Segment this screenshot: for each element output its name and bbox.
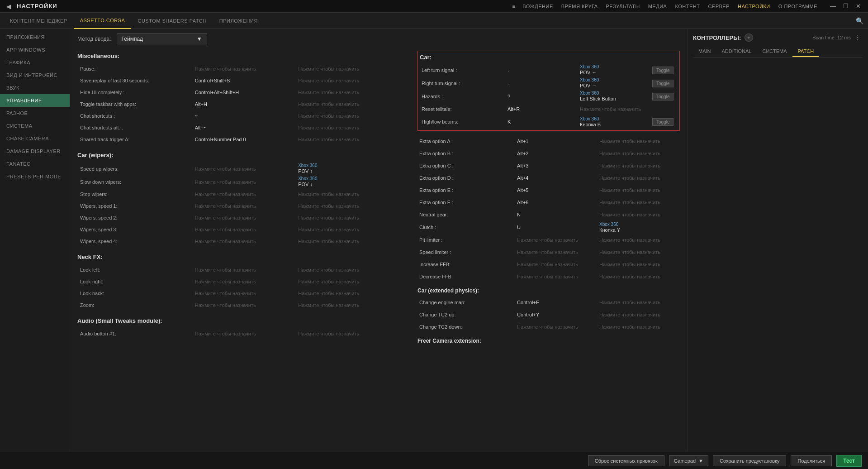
misc-key1-6[interactable]: Control+Number Pad 0 — [192, 134, 295, 145]
input-method-row: Метод ввода: Геймпад ▼ — [77, 34, 680, 44]
sidebar-item-vid[interactable]: ВИД И ИНТЕРФЕЙС — [0, 69, 70, 81]
sidebar-item-sistema[interactable]: СИСТЕМА — [0, 120, 70, 132]
misc-key2-4[interactable]: Нажмите чтобы назначить — [295, 110, 410, 122]
tab-additional[interactable]: ADDITIONAL — [716, 46, 757, 57]
misc-key2-5[interactable]: Нажмите чтобы назначить — [295, 122, 410, 134]
table-row: Hide UI completely : Control+Alt+Shift+H… — [77, 86, 410, 98]
table-row: High/low beams: K Xbox 360 Кнопка B Togg… — [420, 115, 678, 129]
nav-laptime[interactable]: ВРЕМЯ КРУГА — [558, 2, 602, 11]
table-row: Pit limiter : Нажмите чтобы назначить На… — [417, 234, 680, 246]
extra-options-table: Extra option A : Alt+1 Нажмите чтобы наз… — [417, 135, 680, 283]
input-method-label: Метод ввода: — [77, 36, 111, 42]
input-method-dropdown[interactable]: Геймпад ▼ — [117, 34, 207, 44]
sidebar-item-grafika[interactable]: ГРАФИКА — [0, 56, 70, 69]
sidebar-item-appwindows[interactable]: APP WINDOWS — [0, 43, 70, 56]
misc-key1-3[interactable]: Alt+H — [192, 98, 295, 110]
app-title: НАСТРОЙКИ — [17, 3, 57, 10]
nav-content[interactable]: КОНТЕНТ — [671, 2, 703, 11]
reset-button[interactable]: Сброс системных привязок — [588, 455, 664, 466]
tab-custom-shaders[interactable]: CUSTOM SHADERS PATCH — [131, 13, 213, 29]
tab-main[interactable]: MAIN — [693, 46, 716, 57]
sidebar: ПРИЛОЖЕНИЯ APP WINDOWS ГРАФИКА ВИД И ИНТ… — [0, 29, 70, 469]
nav-settings[interactable]: НАСТРОЙКИ — [734, 2, 774, 11]
table-row: Neutral gear: N Нажмите чтобы назначить — [417, 209, 680, 221]
table-row: Change TC2 down: Нажмите чтобы назначить… — [417, 321, 680, 333]
sidebar-item-upravlenie[interactable]: УПРАВЛЕНИЕ — [0, 94, 70, 107]
misc-key2-1[interactable]: Нажмите чтобы назначить — [295, 75, 410, 86]
table-row: Slow down wipers: Нажмите чтобы назначит… — [77, 175, 410, 188]
nav-driving[interactable]: ВОЖДЕНИЕ — [519, 2, 556, 11]
share-button[interactable]: Поделиться — [791, 455, 832, 466]
toggle-beams[interactable]: Toggle — [652, 118, 674, 126]
top-nav-left: ◀ НАСТРОЙКИ — [4, 2, 57, 11]
tab-assetto-corsa[interactable]: ASSETTO CORSA — [74, 13, 132, 29]
table-row: Extra option E : Alt+5 Нажмите чтобы наз… — [417, 184, 680, 196]
table-row: Toggle taskbar with apps: Alt+H Нажмите … — [77, 98, 410, 110]
sidebar-item-fanatec[interactable]: FANATEC — [0, 158, 70, 170]
audio-section-title: Audio (Small Tweaks module): — [77, 317, 410, 324]
nav-media[interactable]: МЕДИА — [645, 2, 671, 11]
misc-label-4: Chat shortcuts : — [77, 110, 192, 122]
window-controls: — ❐ ✕ — [826, 2, 864, 10]
table-row: Speed up wipers: Нажмите чтобы назначить… — [77, 162, 410, 175]
table-row: Change engine map: Control+E Нажмите что… — [417, 297, 680, 309]
sidebar-item-zvuk[interactable]: ЗВУК — [0, 81, 70, 94]
misc-label-3: Toggle taskbar with apps: — [77, 98, 192, 110]
table-row: Extra option D : Alt+4 Нажмите чтобы наз… — [417, 172, 680, 184]
table-row: Zoom: Нажмите чтобы назначить Нажмите чт… — [77, 299, 410, 311]
car-wipers-title: Car (wipers): — [77, 152, 410, 158]
misc-key2-6[interactable]: Нажмите чтобы назначить — [295, 134, 410, 145]
misc-label-6: Shared track trigger A: — [77, 134, 192, 145]
tab-sistema[interactable]: СИСТЕМА — [757, 46, 792, 57]
misc-key2-2[interactable]: Нажмите чтобы назначить — [295, 86, 410, 98]
nav-server[interactable]: СЕРВЕР — [704, 2, 733, 11]
nav-about[interactable]: О ПРОГРАММЕ — [775, 2, 821, 11]
table-row: Clutch : U Xbox 360 Кнопка Y — [417, 221, 680, 234]
second-nav: КОНТЕНТ МЕНЕДЖЕР ASSETTO CORSA CUSTOM SH… — [0, 13, 868, 29]
maximize-button[interactable]: ❐ — [840, 2, 852, 10]
tab-content-manager[interactable]: КОНТЕНТ МЕНЕДЖЕР — [4, 13, 74, 29]
add-controller-button[interactable]: + — [745, 34, 753, 42]
misc-key1-0[interactable]: Нажмите чтобы назначить — [192, 63, 295, 75]
sidebar-item-chase-camera[interactable]: CHASE CAMERA — [0, 132, 70, 145]
misc-key2-0[interactable]: Нажмите чтобы назначить — [295, 63, 410, 75]
gamepad-dropdown[interactable]: Gamepad ▼ — [669, 455, 708, 466]
sidebar-item-prilojeniya[interactable]: ПРИЛОЖЕНИЯ — [0, 31, 70, 43]
tab-patch[interactable]: PATCH — [792, 46, 820, 57]
misc-label-1: Save replay of last 30 seconds: — [77, 75, 192, 86]
misc-key1-1[interactable]: Control+Shift+S — [192, 75, 295, 86]
toggle-hazards[interactable]: Toggle — [652, 93, 674, 100]
table-row: Wipers, speed 2: Нажмите чтобы назначить… — [77, 212, 410, 224]
neck-fx-table: Look left: Нажмите чтобы назначить Нажми… — [77, 264, 410, 311]
audio-table: Audio button #1: Нажмите чтобы назначить… — [77, 328, 410, 340]
minimize-button[interactable]: — — [826, 2, 840, 10]
test-button[interactable]: Тест — [836, 455, 862, 467]
back-button[interactable]: ◀ — [4, 2, 14, 11]
misc-key2-3[interactable]: Нажмите чтобы назначить — [295, 98, 410, 110]
sidebar-item-damage[interactable]: DAMAGE DISPLAYER — [0, 145, 70, 158]
table-row: Wipers, speed 4: Нажмите чтобы назначить… — [77, 235, 410, 247]
info-button[interactable]: ⋮ — [853, 34, 863, 41]
table-row: Stop wipers: Нажмите чтобы назначить Наж… — [77, 188, 410, 200]
table-row: Look back: Нажмите чтобы назначить Нажми… — [77, 287, 410, 299]
toggle-right-signal[interactable]: Toggle — [652, 80, 674, 87]
close-button[interactable]: ✕ — [852, 2, 864, 10]
tab-apps[interactable]: ПРИЛОЖЕНИЯ — [213, 13, 264, 29]
misc-key1-5[interactable]: Alt+~ — [192, 122, 295, 134]
save-preset-button[interactable]: Сохранить предустановку — [713, 455, 786, 466]
sidebar-item-presets[interactable]: PRESETS PER MODE — [0, 170, 70, 183]
misc-table: Pause: Нажмите чтобы назначить Нажмите ч… — [77, 63, 410, 145]
hamburger-icon[interactable]: ≡ — [509, 2, 518, 10]
misc-key1-2[interactable]: Control+Alt+Shift+H — [192, 86, 295, 98]
nav-results[interactable]: РЕЗУЛЬТАТЫ — [602, 2, 643, 11]
car-wipers-table: Speed up wipers: Нажмите чтобы назначить… — [77, 162, 410, 247]
misc-key1-4[interactable]: ~ — [192, 110, 295, 122]
table-row: Extra option F : Alt+6 Нажмите чтобы наз… — [417, 196, 680, 209]
table-row: Save replay of last 30 seconds: Control+… — [77, 75, 410, 86]
sidebar-item-raznoe[interactable]: РАЗНОЕ — [0, 107, 70, 120]
table-row: Speed limiter : Нажмите чтобы назначить … — [417, 246, 680, 258]
search-icon[interactable]: 🔍 — [851, 15, 868, 26]
toggle-left-signal[interactable]: Toggle — [652, 67, 674, 74]
table-row: Extra option C : Alt+3 Нажмите чтобы наз… — [417, 160, 680, 172]
car-section-bordered: Car: Left turn signal : . Xbox 360 POV ← — [417, 51, 680, 131]
